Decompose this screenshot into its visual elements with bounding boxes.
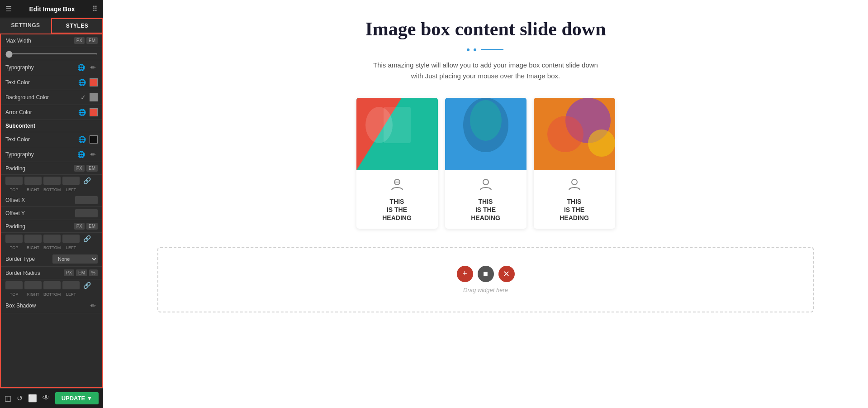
padding1-label: Padding	[5, 165, 25, 172]
br-right-label: RIGHT	[24, 292, 42, 297]
offset-y-row: Offset Y 10	[1, 207, 102, 220]
padding1-left-input[interactable]	[62, 177, 80, 185]
border-radius-left-input[interactable]	[62, 281, 80, 289]
image-box-1-icon	[361, 178, 433, 195]
padding2-bottom-label: BOTTOM	[43, 245, 61, 250]
arror-globe-icon[interactable]: 🌐	[76, 108, 88, 117]
text-color-label: Text Color	[5, 79, 30, 86]
svg-point-12	[547, 116, 583, 152]
dz-square-button[interactable]: ■	[478, 266, 494, 282]
subcontent-text-color-row: Text Color 🌐	[1, 132, 102, 147]
border-radius-em-btn[interactable]: EM	[76, 269, 87, 276]
eye-icon[interactable]: 👁	[43, 394, 50, 403]
dz-add-button[interactable]: +	[457, 266, 473, 282]
sub-typo-pencil-icon[interactable]: ✏	[89, 150, 98, 159]
offset-y-input[interactable]: 10	[75, 209, 98, 217]
arror-color-swatch[interactable]	[90, 108, 98, 116]
offset-x-input[interactable]: 0	[75, 196, 98, 204]
px-btn[interactable]: PX	[74, 37, 85, 44]
max-width-slider[interactable]	[5, 53, 98, 55]
dz-ex-button[interactable]: ✕	[498, 266, 515, 282]
max-width-slider-row	[1, 47, 102, 60]
padding1-bottom-label: BOTTOM	[43, 187, 61, 192]
padding2-left-label: LEFT	[62, 245, 80, 250]
padding2-units: PX EM	[74, 223, 98, 230]
bg-color-swatch[interactable]	[90, 93, 98, 101]
padding2-top-input[interactable]	[5, 235, 23, 243]
panel-content: Max Width PX EM Typography 🌐 ✏ Text Colo…	[0, 34, 103, 388]
text-color-row: Text Color 🌐	[1, 75, 102, 90]
padding1-em-btn[interactable]: EM	[86, 165, 98, 172]
padding1-px-btn[interactable]: PX	[74, 165, 85, 172]
image-box-3-content: THIS IS THE HEADING	[534, 170, 615, 229]
max-width-row: Max Width PX EM	[1, 34, 102, 47]
box-shadow-pencil-icon[interactable]: ✏	[89, 301, 98, 310]
update-arrow-icon: ▼	[87, 395, 92, 402]
divider-dot-1	[467, 48, 470, 51]
box-shadow-icons: ✏	[89, 301, 98, 310]
typography-row: Typography 🌐 ✏	[1, 60, 102, 75]
padding1-left-label: LEFT	[62, 187, 80, 192]
br-left-label: LEFT	[62, 292, 80, 297]
update-button[interactable]: UPDATE ▼	[55, 392, 99, 404]
padding1-bottom-input[interactable]	[43, 177, 61, 185]
image-box-2[interactable]: THIS IS THE HEADING	[445, 98, 526, 229]
max-width-label: Max Width	[5, 38, 31, 44]
border-radius-top-input[interactable]	[5, 281, 23, 289]
padding2-right-input[interactable]	[24, 235, 42, 243]
hamburger-icon[interactable]: ☰	[5, 5, 12, 13]
subcontent-typography-icons: 🌐 ✏	[76, 150, 98, 159]
grid-icon[interactable]: ⠿	[92, 5, 98, 13]
image-boxes-container: THIS IS THE HEADING	[130, 98, 841, 229]
max-width-units: PX EM	[74, 37, 98, 44]
border-radius-pct-btn[interactable]: %	[89, 269, 98, 276]
border-radius-bottom-input[interactable]	[43, 281, 61, 289]
padding2-left-input[interactable]	[62, 235, 80, 243]
box-shadow-row: Box Shadow ✏	[1, 298, 102, 313]
padding1-top-input[interactable]	[5, 177, 23, 185]
offset-y-label: Offset Y	[5, 210, 25, 216]
text-color-swatch[interactable]	[90, 78, 98, 86]
arror-color-icons: 🌐	[76, 108, 98, 117]
pencil-icon[interactable]: ✏	[89, 63, 98, 72]
page-title: Image box content slide down	[130, 18, 841, 40]
padding2-px-btn[interactable]: PX	[74, 223, 85, 230]
br-top-label: TOP	[5, 292, 23, 297]
image-box-2-icon	[450, 178, 522, 195]
tab-settings[interactable]: SETTINGS	[0, 18, 51, 34]
subcontent-label: Subcontent	[5, 123, 35, 129]
bg-color-check-icon[interactable]: ✓	[79, 93, 88, 102]
padding2-right-label: RIGHT	[24, 245, 42, 250]
layers-icon[interactable]: ◫	[5, 394, 11, 403]
padding2-labels: TOP RIGHT BOTTOM LEFT	[1, 245, 102, 252]
sub-typo-globe-icon[interactable]: 🌐	[76, 150, 87, 159]
box-shadow-label: Box Shadow	[5, 302, 36, 309]
padding1-link-btn[interactable]: 🔗	[81, 177, 93, 185]
tab-styles[interactable]: STYLES	[51, 18, 103, 34]
history-icon[interactable]: ↺	[17, 394, 23, 403]
text-color-globe-icon[interactable]: 🌐	[76, 78, 88, 87]
image-box-1-img	[356, 98, 438, 170]
padding2-inputs: 🔗	[1, 233, 102, 245]
padding2-em-btn[interactable]: EM	[86, 223, 98, 230]
padding2-bottom-input[interactable]	[43, 235, 61, 243]
sub-text-globe-icon[interactable]: 🌐	[76, 135, 88, 144]
panel-tabs: SETTINGS STYLES	[0, 18, 103, 34]
border-radius-right-input[interactable]	[24, 281, 42, 289]
subcontent-text-color-swatch[interactable]	[90, 135, 98, 144]
image-box-1[interactable]: THIS IS THE HEADING	[356, 98, 438, 229]
drop-zone: + ■ ✕ Drag widget here	[157, 247, 814, 312]
page-subtitle: This amazing style will allow you to add…	[368, 60, 603, 82]
padding1-right-input[interactable]	[24, 177, 42, 185]
border-radius-px-btn[interactable]: PX	[64, 269, 74, 276]
border-radius-link-btn[interactable]: 🔗	[81, 281, 93, 289]
border-type-select[interactable]: None Solid Dashed Dotted	[52, 254, 98, 264]
globe-icon[interactable]: 🌐	[76, 63, 87, 72]
drop-zone-buttons: + ■ ✕	[176, 266, 795, 282]
subcontent-text-color-icons: 🌐	[76, 135, 98, 144]
padding2-link-btn[interactable]: 🔗	[81, 235, 93, 243]
image-box-3[interactable]: THIS IS THE HEADING	[534, 98, 615, 229]
image-box-1-heading: THIS IS THE HEADING	[361, 197, 433, 222]
responsive-icon[interactable]: ⬜	[28, 394, 37, 403]
em-btn[interactable]: EM	[86, 37, 98, 44]
